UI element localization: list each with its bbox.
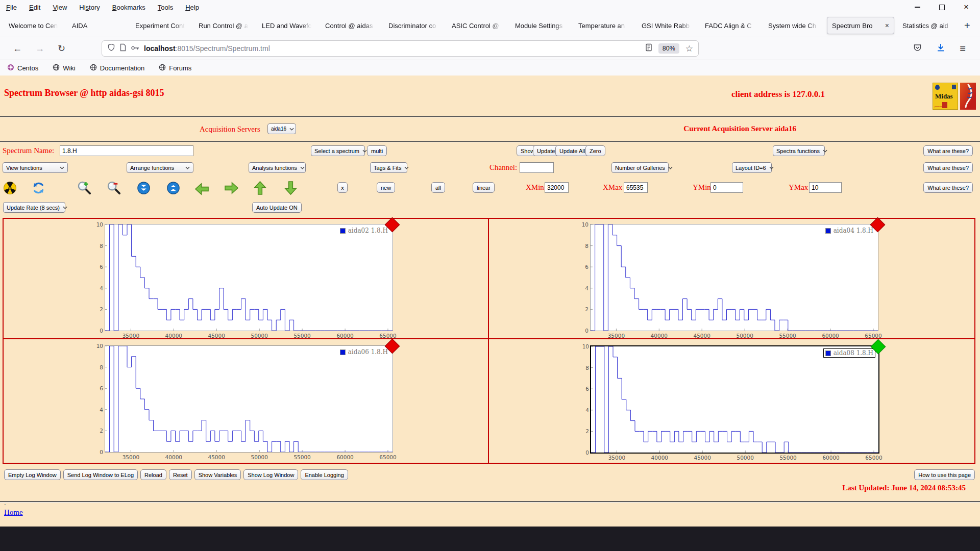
log-button-enable-logging[interactable]: Enable Logging: [301, 469, 348, 480]
minimize-icon[interactable]: [914, 4, 921, 11]
tab-temperature-an[interactable]: Temperature an: [574, 17, 633, 34]
pocket-icon[interactable]: [913, 43, 922, 54]
ymin-input[interactable]: [710, 182, 743, 193]
reader-mode-icon[interactable]: [645, 43, 652, 54]
spectra-functions-select[interactable]: Spectra functions: [773, 145, 825, 156]
log-button-reload[interactable]: Reload: [140, 469, 166, 480]
reload-icon[interactable]: ↻: [58, 43, 65, 54]
zoom-out-icon[interactable]: [106, 180, 121, 195]
menu-bookmarks[interactable]: Bookmarks: [112, 4, 145, 11]
menu-file[interactable]: File: [6, 4, 17, 11]
bookmark-wiki[interactable]: Wiki: [53, 64, 76, 72]
ymax-input[interactable]: [809, 182, 842, 193]
spectrum-chart[interactable]: aida08 1.8.H0246810350004000045000500005…: [590, 345, 879, 454]
gallery-panel-2[interactable]: aida04 1.8.H0246810350004000045000500005…: [489, 219, 974, 339]
bookmark-star-icon[interactable]: ☆: [685, 43, 693, 54]
x-tick-label: 65000: [376, 333, 400, 339]
tab-welcome-to-cen[interactable]: Welcome to Cen: [4, 17, 64, 34]
zoom-level-badge[interactable]: 80%: [658, 43, 679, 54]
tab-run-control-a[interactable]: Run Control @ a: [194, 17, 254, 34]
gallery-panel-1[interactable]: aida02 1.8.H0246810350004000045000500005…: [4, 219, 489, 339]
tab-fadc-align-c[interactable]: FADC Align & C: [700, 17, 760, 34]
xmin-input[interactable]: [545, 182, 569, 193]
gallery-panel-4[interactable]: aida08 1.8.H0246810350004000045000500005…: [489, 339, 974, 463]
what-are-these-button-2[interactable]: What are these?: [923, 162, 973, 173]
home-link[interactable]: Home: [4, 508, 23, 517]
tab-led-and-wavefo[interactable]: LED and Wavefo: [257, 17, 317, 34]
tab-module-settings[interactable]: Module Settings: [510, 17, 570, 34]
spectrum-chart[interactable]: aida04 1.8.H0246810350004000045000500005…: [590, 224, 878, 331]
gallery-panel-3[interactable]: aida06 1.8.H0246810350004000045000500005…: [4, 339, 489, 463]
app-menu-icon[interactable]: ≡: [960, 43, 966, 55]
spectrum-chart[interactable]: aida06 1.8.H0246810350004000045000500005…: [105, 345, 393, 453]
menu-help[interactable]: Help: [185, 4, 199, 11]
back-icon[interactable]: ←: [13, 43, 22, 54]
multi-button[interactable]: multi: [367, 145, 387, 156]
acquisition-server-select[interactable]: aida16: [267, 123, 296, 134]
permissions-icon[interactable]: [131, 44, 140, 53]
shield-icon[interactable]: [107, 43, 115, 54]
bookmark-forums[interactable]: Forums: [159, 64, 191, 72]
log-button-reset[interactable]: Reset: [169, 469, 192, 480]
address-bar[interactable]: localhost:8015/Spectrum/Spectrum.tml 80%…: [102, 40, 699, 57]
bookmark-documentation[interactable]: Documentation: [90, 64, 144, 72]
tab-gsi-white-rabb[interactable]: GSI White Rabb: [637, 17, 697, 34]
tab-system-wide-ch[interactable]: System wide Ch: [764, 17, 823, 34]
tab-discriminator-co[interactable]: Discriminator co: [384, 17, 444, 34]
radiation-icon[interactable]: [2, 180, 17, 195]
new-tab-button[interactable]: +: [964, 20, 970, 32]
update-rate-select[interactable]: Update Rate (8 secs): [3, 202, 65, 213]
auto-update-button[interactable]: Auto Update ON: [252, 202, 302, 213]
scroll-down-icon[interactable]: [136, 180, 151, 195]
maximize-icon[interactable]: [938, 4, 945, 11]
channel-input[interactable]: [520, 162, 554, 173]
tags-fits-select[interactable]: Tags & Fits: [370, 162, 407, 173]
view-functions-select[interactable]: View functions: [3, 162, 68, 173]
tab-statistics-aid[interactable]: Statistics @ aid: [898, 17, 958, 34]
how-to-use-button[interactable]: How to use this page: [914, 469, 975, 480]
arrange-functions-select[interactable]: Arrange functions: [127, 162, 193, 173]
page-info-icon[interactable]: [119, 43, 127, 54]
what-are-these-button-3[interactable]: What are these?: [923, 182, 973, 193]
what-are-these-button-1[interactable]: What are these?: [923, 145, 973, 156]
spectrum-chart[interactable]: aida02 1.8.H0246810350004000045000500005…: [105, 224, 393, 331]
log-button-show-variables[interactable]: Show Variables: [194, 469, 241, 480]
number-of-galleries-select[interactable]: Number of Galleries: [611, 162, 669, 173]
bookmark-centos[interactable]: Centos: [7, 64, 38, 72]
log-button-show-log-window[interactable]: Show Log Window: [243, 469, 298, 480]
arrow-left-icon[interactable]: [194, 180, 209, 195]
scroll-up-icon[interactable]: [165, 180, 181, 195]
log-button-empty-log-window[interactable]: Empty Log Window: [4, 469, 61, 480]
tab-aida[interactable]: AIDA: [67, 17, 127, 34]
new-button[interactable]: new: [377, 182, 395, 193]
layout-id-select[interactable]: Layout ID=6: [732, 162, 772, 173]
linear-button[interactable]: linear: [473, 182, 495, 193]
analysis-functions-select[interactable]: Analysis functions: [249, 162, 306, 173]
close-icon[interactable]: ×: [963, 4, 970, 11]
log-button-send-log-window-to-elog[interactable]: Send Log Window to ELog: [63, 469, 138, 480]
menu-edit[interactable]: Edit: [29, 4, 40, 11]
zoom-in-icon[interactable]: [77, 180, 92, 195]
forward-icon[interactable]: →: [35, 43, 44, 54]
tab-close-icon[interactable]: ×: [885, 21, 889, 30]
spectrum-name-input[interactable]: [60, 145, 193, 156]
menu-tools[interactable]: Tools: [158, 4, 173, 11]
tab-experiment-cont[interactable]: Experiment Cont: [131, 17, 190, 34]
tab-asic-control-[interactable]: ASIC Control @: [447, 17, 507, 34]
arrow-up-icon[interactable]: [253, 180, 268, 195]
update-all-button[interactable]: Update All: [555, 145, 589, 156]
download-icon[interactable]: [936, 43, 945, 54]
select-a-spectrum-select[interactable]: Select a spectrum: [311, 145, 365, 156]
all-button[interactable]: all: [431, 182, 445, 193]
xmax-input[interactable]: [624, 182, 648, 193]
tab-spectrum-bro[interactable]: Spectrum Bro×: [827, 17, 894, 34]
refresh-icon[interactable]: [31, 180, 46, 195]
menu-history[interactable]: History: [79, 4, 100, 11]
arrow-down-icon[interactable]: [282, 180, 297, 195]
menu-view[interactable]: View: [53, 4, 67, 11]
tab-control-aidas[interactable]: Control @ aidas: [321, 17, 380, 34]
arrow-right-icon[interactable]: [224, 180, 239, 195]
x-button[interactable]: x: [337, 182, 348, 193]
zero-button[interactable]: Zero: [585, 145, 605, 156]
legend-swatch: [340, 228, 346, 234]
